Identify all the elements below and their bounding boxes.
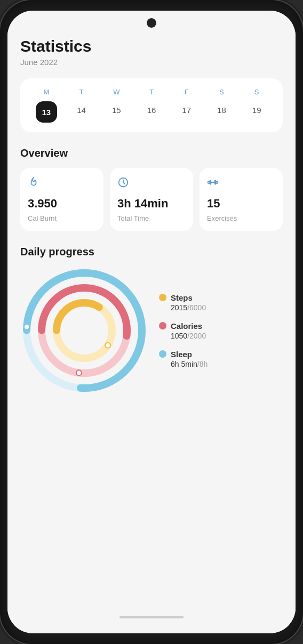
- legend-name-1: Calories: [171, 321, 202, 331]
- card-label-0: Cal Burnt: [28, 214, 96, 222]
- legend-dot-row-1: Calories: [159, 321, 208, 331]
- calendar-dates: 13141516171819: [29, 101, 274, 123]
- legend-values-1: 1050/2000: [159, 332, 208, 340]
- legend-dot-sleep: [159, 350, 166, 358]
- legend-item-steps: Steps 2015/6000: [159, 293, 208, 312]
- progress-content: Steps 2015/6000 Calories 1050/2000 Sleep…: [20, 267, 283, 395]
- overview-section-title: Overview: [20, 147, 283, 159]
- phone-frame: Statistics June 2022 MTWTFSS 13141516171…: [0, 0, 303, 644]
- screen-content: Statistics June 2022 MTWTFSS 13141516171…: [7, 11, 296, 633]
- calendar-card: MTWTFSS 13141516171819: [20, 78, 283, 132]
- legend-dot-steps: [159, 294, 166, 301]
- legend-dot-row-0: Steps: [159, 293, 208, 302]
- daily-progress-title: Daily progress: [20, 246, 283, 258]
- card-value-1: 3h 14min: [117, 197, 186, 210]
- legend-name-0: Steps: [171, 293, 193, 302]
- svg-point-14: [105, 343, 110, 348]
- legend-item-calories: Calories 1050/2000: [159, 321, 208, 340]
- svg-point-11: [76, 371, 82, 376]
- donut-chart: [20, 267, 148, 395]
- card-label-1: Total Time: [117, 214, 186, 222]
- calendar-date[interactable]: 16: [134, 101, 169, 123]
- card-icon-flame: [28, 176, 96, 191]
- card-value-0: 3.950: [28, 197, 96, 210]
- calendar-day-label: T: [64, 88, 99, 96]
- calendar-date[interactable]: 18: [204, 101, 240, 123]
- calendar-day-label: W: [99, 88, 134, 96]
- calendar-day-label: S: [204, 88, 240, 96]
- calendar-day-label: M: [29, 88, 64, 96]
- page-subtitle: June 2022: [20, 58, 283, 67]
- overview-card-0: 3.950 Cal Burnt: [20, 168, 103, 231]
- calendar-day-label: S: [239, 88, 274, 96]
- calendar-date[interactable]: 15: [99, 101, 134, 123]
- daily-progress-section: Daily progress Steps 2015/6000 Ca: [20, 246, 283, 395]
- calendar-date[interactable]: 14: [64, 101, 99, 123]
- overview-card-1: 3h 14min Total Time: [110, 168, 193, 231]
- legend-dot-calories: [159, 322, 166, 329]
- overview-card-2: 15 Exercises: [200, 168, 283, 231]
- legend: Steps 2015/6000 Calories 1050/2000 Sleep…: [159, 293, 208, 368]
- legend-values-0: 2015/6000: [159, 303, 208, 312]
- card-icon-clock: [117, 176, 186, 191]
- calendar-date[interactable]: 17: [169, 101, 204, 123]
- card-icon-dumbbell: [207, 176, 275, 191]
- donut-svg: [20, 267, 148, 395]
- phone-screen: Statistics June 2022 MTWTFSS 13141516171…: [7, 11, 296, 633]
- svg-point-8: [24, 324, 29, 329]
- legend-item-sleep: Sleep 6h 5min/8h: [159, 350, 208, 368]
- home-indicator: [119, 616, 184, 618]
- camera-notch: [147, 18, 156, 28]
- calendar-date[interactable]: 19: [239, 101, 274, 123]
- card-value-2: 15: [207, 197, 275, 210]
- calendar-date[interactable]: 13: [36, 101, 57, 123]
- calendar-day-label: F: [169, 88, 204, 96]
- calendar-days-header: MTWTFSS: [29, 88, 274, 96]
- legend-name-2: Sleep: [171, 350, 192, 359]
- legend-values-2: 6h 5min/8h: [159, 360, 208, 368]
- calendar-day-label: T: [134, 88, 169, 96]
- overview-cards: 3.950 Cal Burnt 3h 14min Total Time 15 E…: [20, 168, 283, 231]
- legend-dot-row-2: Sleep: [159, 350, 208, 359]
- page-title: Statistics: [20, 37, 283, 55]
- card-label-2: Exercises: [207, 214, 275, 222]
